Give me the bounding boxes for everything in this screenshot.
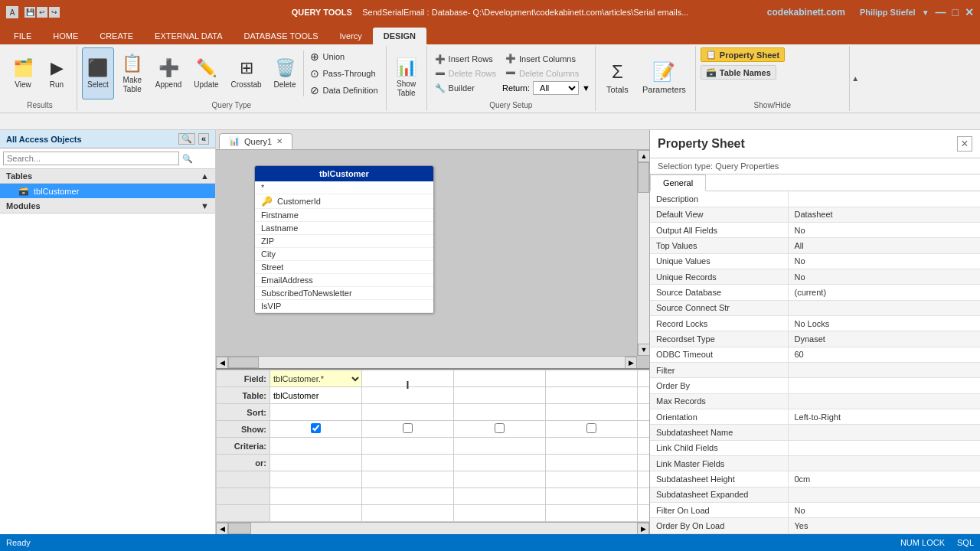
or-cell-3[interactable] (546, 455, 638, 471)
ps-val-topvalues[interactable]: All (788, 238, 980, 253)
criteria-cell-2[interactable] (454, 438, 546, 455)
ps-val-subdatasheetheight[interactable]: 0cm (788, 471, 980, 487)
maximize-btn[interactable]: □ (952, 6, 959, 18)
field-cell-0[interactable]: tblCustomer.* (270, 370, 362, 387)
ps-val-uniquevalues[interactable]: No (788, 253, 980, 269)
pass-through-button[interactable]: ⊙ Pass-Through (307, 66, 381, 81)
hscroll-thumb[interactable] (228, 357, 259, 368)
show-cell-3[interactable] (546, 421, 638, 438)
ps-val-linkmasterfields[interactable] (788, 456, 980, 471)
sidebar-section-tables[interactable]: Tables ▲ (0, 169, 215, 184)
ps-val-filteronload[interactable]: No (788, 503, 980, 518)
field-cell-3[interactable] (546, 370, 638, 387)
diagram-h-scrollbar[interactable]: ◀ ▶ (216, 356, 637, 368)
select-button[interactable]: ⬛ Select (82, 47, 114, 99)
ps-val-subdatasheetexpanded[interactable] (788, 487, 980, 502)
ps-val-recordsettype[interactable]: Dynaset (788, 331, 980, 347)
return-select[interactable]: All 5 25 100 (533, 81, 579, 95)
vscroll-up-btn[interactable]: ▲ (638, 150, 649, 162)
data-def-button[interactable]: ⊘ Data Definition (307, 83, 381, 98)
ps-val-uniquerecords[interactable]: No (788, 269, 980, 285)
show-cell-0[interactable] (270, 421, 362, 438)
field-cell-2[interactable] (454, 370, 546, 387)
crosstab-button[interactable]: ⊞ Crosstab (227, 47, 266, 99)
show-checkbox-2[interactable] (495, 423, 505, 433)
ps-tab-general[interactable]: General (650, 174, 706, 191)
show-cell-4[interactable] (638, 421, 650, 438)
field-cell-4[interactable] (638, 370, 650, 387)
ps-val-orderby[interactable] (788, 378, 980, 393)
sort-cell-2[interactable] (454, 404, 546, 421)
delete-button[interactable]: 🗑️ Delete (270, 47, 301, 99)
show-table-button[interactable]: 📊 ShowTable (391, 52, 422, 104)
grid-hscroll-thumb[interactable] (228, 523, 251, 534)
sort-cell-0[interactable] (270, 404, 362, 421)
grid-h-scrollbar[interactable]: ◀ ▶ (216, 522, 649, 534)
delete-rows-button[interactable]: ➖ Delete Rows (432, 67, 499, 80)
ribbon-collapse-button[interactable]: ▲ (849, 46, 861, 111)
sort-cell-1[interactable] (362, 404, 454, 421)
field-dropdown-container[interactable]: tblCustomer.* (270, 373, 361, 384)
union-button[interactable]: ⊕ Union (307, 49, 381, 64)
make-table-button[interactable]: 📋 MakeTable (117, 47, 148, 99)
ps-val-filter[interactable] (788, 363, 980, 378)
hscroll-right-btn[interactable]: ▶ (625, 357, 637, 368)
delete-cols-button[interactable]: ➖ Delete Columns (502, 67, 590, 80)
ps-close-button[interactable]: × (957, 136, 972, 152)
criteria-cell-0[interactable] (270, 438, 362, 455)
sidebar-collapse-button[interactable]: « (198, 133, 209, 145)
tab-home[interactable]: HOME (42, 28, 89, 44)
sidebar-section-modules[interactable]: Modules ▼ (0, 199, 215, 214)
show-checkbox-3[interactable] (586, 423, 596, 433)
query1-close[interactable]: ✕ (276, 137, 283, 145)
vscroll-thumb[interactable] (638, 162, 649, 193)
sidebar-search-toggle[interactable]: 🔍 (178, 133, 195, 145)
ps-val-maxrecords[interactable] (788, 393, 980, 409)
ps-val-sourceconnectstr[interactable] (788, 300, 980, 315)
redo-icon[interactable]: ↪ (49, 7, 60, 18)
tab-ivercy[interactable]: Ivercy (328, 28, 372, 44)
ps-val-sourcedatabase[interactable]: (current) (788, 285, 980, 300)
or-cell-2[interactable] (454, 455, 546, 471)
diagram-v-scrollbar[interactable]: ▲ ▼ (637, 150, 649, 356)
table-names-button[interactable]: 🗃️ Table Names (701, 65, 776, 80)
criteria-cell-4[interactable] (638, 438, 650, 455)
ps-val-defaultview[interactable]: Datasheet (788, 207, 980, 222)
sidebar-item-tblcustomer[interactable]: 🗃️ tblCustomer (0, 184, 215, 199)
save-icon[interactable]: 💾 (24, 7, 35, 18)
tab-design[interactable]: DESIGN (373, 28, 426, 44)
query1-tab[interactable]: 📊 Query1 ✕ (219, 133, 292, 149)
grid-hscroll-right[interactable]: ▶ (637, 523, 649, 535)
or-cell-4[interactable] (638, 455, 650, 471)
insert-rows-button[interactable]: ➕ Insert Rows (432, 53, 499, 66)
run-button[interactable]: ▶ Run (41, 47, 72, 99)
sort-cell-3[interactable] (546, 404, 638, 421)
ps-val-recordlocks[interactable]: No Locks (788, 316, 980, 331)
ps-val-description[interactable] (788, 191, 980, 207)
or-cell-1[interactable] (362, 455, 454, 471)
hscroll-left-btn[interactable]: ◀ (216, 357, 228, 368)
minimize-btn[interactable]: — (936, 6, 946, 18)
show-checkbox-1[interactable] (403, 423, 413, 433)
table-cell-2[interactable] (454, 387, 546, 404)
view-button[interactable]: 🗂️ View (8, 47, 38, 99)
ps-val-orientation[interactable]: Left-to-Right (788, 409, 980, 425)
tab-database-tools[interactable]: DATABASE TOOLS (233, 28, 328, 44)
table-cell-3[interactable] (546, 387, 638, 404)
ps-val-outputallfields[interactable]: No (788, 223, 980, 238)
property-sheet-button[interactable]: 📋 Property Sheet (701, 47, 785, 62)
insert-cols-button[interactable]: ➕ Insert Columns (502, 52, 590, 65)
tab-create[interactable]: CREATE (89, 28, 144, 44)
field-cell-1[interactable]: I (362, 370, 454, 387)
ps-val-odbctimeout[interactable]: 60 (788, 347, 980, 362)
ps-val-orderbyonload[interactable]: Yes (788, 518, 980, 534)
parameters-button[interactable]: 📝 Parameters (638, 52, 691, 104)
or-cell-0[interactable] (270, 455, 362, 471)
search-input[interactable] (3, 152, 179, 165)
close-btn[interactable]: ✕ (965, 6, 974, 18)
grid-hscroll-left[interactable]: ◀ (216, 523, 228, 535)
show-cell-2[interactable] (454, 421, 546, 438)
ps-val-linkchildfields[interactable] (788, 440, 980, 455)
criteria-cell-3[interactable] (546, 438, 638, 455)
vscroll-down-btn[interactable]: ▼ (638, 344, 649, 356)
